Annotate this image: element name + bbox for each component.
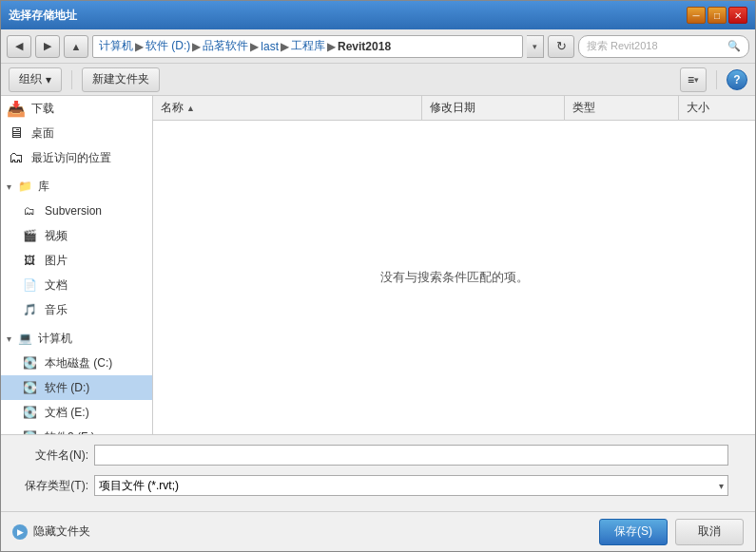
pictures-icon: 🖼 [20,253,39,268]
address-bar: ◀ ▶ ▲ 计算机 ▶ 软件 (D:) ▶ 品茗软件 ▶ last ▶ 工程库 … [1,29,755,64]
path-segment-computer[interactable]: 计算机 [99,38,133,54]
left-panel: 📥 下载 🖥 桌面 🗂 最近访问的位置 ▾ 📁 库 [1,96,153,434]
library-header: ▾ 📁 库 [1,174,152,199]
path-bar[interactable]: 计算机 ▶ 软件 (D:) ▶ 品茗软件 ▶ last ▶ 工程库 ▶ Revi… [92,35,523,58]
nav-item-d-drive[interactable]: 💽 软件 (D:) [1,375,152,400]
back-button[interactable]: ◀ [7,35,31,58]
minimize-button[interactable]: ─ [687,7,706,24]
col-name-header[interactable]: 名称 ▲ [153,96,422,120]
path-segment-library[interactable]: 工程库 [291,38,325,54]
view-dropdown-arrow: ▾ [694,75,699,85]
search-icon: 🔍 [727,40,741,52]
documents-icon: 📄 [20,277,39,293]
nav-item-documents-label: 文档 [45,277,68,294]
nav-item-video-label: 视频 [45,228,68,244]
search-bar[interactable]: 搜索 Revit2018 🔍 [578,35,749,58]
nav-item-pictures-label: 图片 [45,253,68,269]
path-segment-d[interactable]: 软件 (D:) [145,38,190,54]
col-modified-header[interactable]: 修改日期 [422,96,565,120]
view-button[interactable]: ≡ ▾ [680,67,707,92]
column-header: 名称 ▲ 修改日期 类型 大小 [153,96,755,121]
new-folder-button[interactable]: 新建文件夹 [82,67,160,92]
music-icon: 🎵 [20,302,39,317]
nav-item-download-label: 下载 [31,101,54,117]
hide-folders-label: 隐藏文件夹 [33,523,90,540]
filename-input[interactable] [94,445,728,466]
download-icon: 📥 [7,101,26,116]
nav-item-music[interactable]: 🎵 音乐 [1,297,152,322]
title-bar: 选择存储地址 ─ □ ✕ [1,1,755,29]
computer-section: ▾ 💻 计算机 💽 本地磁盘 (C:) 💽 软件 (D:) 💽 文档 (E:) [1,326,152,434]
desktop-icon: 🖥 [7,125,26,141]
organize-button[interactable]: 组织 ▾ [9,67,62,92]
d-drive-icon: 💽 [20,380,39,395]
help-label: ? [733,73,740,86]
col-size-label: 大小 [687,100,709,116]
file-list-empty: 没有与搜索条件匹配的项。 [153,121,755,434]
toolbar-divider2 [716,70,717,89]
nav-item-e-drive[interactable]: 💽 文档 (E:) [1,400,152,425]
col-size-header[interactable]: 大小 [679,96,755,120]
path-segment-last[interactable]: last [261,40,279,53]
col-type-label: 类型 [572,100,595,116]
bottom-area: 文件名(N): 保存类型(T): 项目文件 (*.rvt;) ▾ [1,434,755,511]
filename-row: 文件名(N): [12,443,744,467]
c-drive-icon: 💽 [20,355,39,371]
nav-item-documents[interactable]: 📄 文档 [1,273,152,297]
save-label: 保存(S) [614,523,652,540]
nav-item-video[interactable]: 🎬 视频 [1,223,152,248]
quick-access-section: 📥 下载 🖥 桌面 🗂 最近访问的位置 [1,96,152,170]
forward-button[interactable]: ▶ [35,35,60,58]
nav-item-pictures[interactable]: 🖼 图片 [1,248,152,273]
cancel-label: 取消 [698,523,721,540]
sort-arrow-icon: ▲ [186,104,195,113]
path-segment-software[interactable]: 品茗软件 [203,38,248,54]
up-button[interactable]: ▲ [64,35,88,58]
action-bar: ▶ 隐藏文件夹 保存(S) 取消 [1,511,755,551]
recent-icon: 🗂 [7,150,26,165]
nav-item-c-drive[interactable]: 💽 本地磁盘 (C:) [1,351,152,375]
cancel-button[interactable]: 取消 [675,519,744,545]
nav-item-subversion-label: Subversion [45,204,102,218]
path-segment-revit[interactable]: Revit2018 [338,40,391,53]
computer-header-label: 计算机 [38,331,72,347]
content-area: 📥 下载 🖥 桌面 🗂 最近访问的位置 ▾ 📁 库 [1,96,755,434]
hide-folders-button[interactable]: ▶ 隐藏文件夹 [12,523,90,540]
subversion-icon: 🗂 [20,203,39,219]
computer-header: ▾ 💻 计算机 [1,326,152,351]
toolbar: 组织 ▾ 新建文件夹 ≡ ▾ ? [1,64,755,96]
window-title: 选择存储地址 [9,8,77,24]
filetype-select[interactable]: 项目文件 (*.rvt;) ▾ [94,475,728,496]
col-name-label: 名称 [161,100,184,116]
path-dropdown[interactable]: ▾ [527,35,544,58]
maximize-button[interactable]: □ [708,7,727,24]
hide-folders-icon: ▶ [12,524,28,540]
library-section: ▾ 📁 库 🗂 Subversion 🎬 视频 🖼 图片 📄 [1,174,152,322]
library-expand-icon: ▾ [7,181,11,192]
nav-item-recent[interactable]: 🗂 最近访问的位置 [1,145,152,170]
filetype-value: 项目文件 (*.rvt;) [99,478,179,494]
help-button[interactable]: ? [727,69,747,90]
save-button[interactable]: 保存(S) [599,519,668,545]
library-header-label: 库 [38,179,49,195]
new-folder-label: 新建文件夹 [92,71,149,87]
nav-item-desktop-label: 桌面 [31,125,54,142]
nav-item-desktop[interactable]: 🖥 桌面 [1,121,152,145]
search-placeholder: 搜索 Revit2018 [587,39,658,53]
col-type-header[interactable]: 类型 [565,96,679,120]
nav-item-subversion[interactable]: 🗂 Subversion [1,199,152,223]
e-drive-icon: 💽 [20,405,39,420]
right-panel: 名称 ▲ 修改日期 类型 大小 没有与搜索条件匹配的项。 [153,96,755,434]
nav-item-download[interactable]: 📥 下载 [1,96,152,121]
col-modified-label: 修改日期 [430,100,475,116]
nav-item-f-drive[interactable]: 💽 软件2 (F:) [1,425,152,434]
refresh-button[interactable]: ↻ [548,35,574,58]
toolbar-divider [71,70,72,89]
filename-label: 文件名(N): [12,447,88,464]
main-window: 选择存储地址 ─ □ ✕ ◀ ▶ ▲ 计算机 ▶ 软件 (D:) ▶ 品茗软件 … [0,0,756,552]
nav-item-c-drive-label: 本地磁盘 (C:) [45,355,112,371]
empty-message: 没有与搜索条件匹配的项。 [380,269,529,286]
close-button[interactable]: ✕ [728,7,747,24]
organize-arrow: ▾ [46,73,51,86]
filetype-label: 保存类型(T): [12,478,88,494]
